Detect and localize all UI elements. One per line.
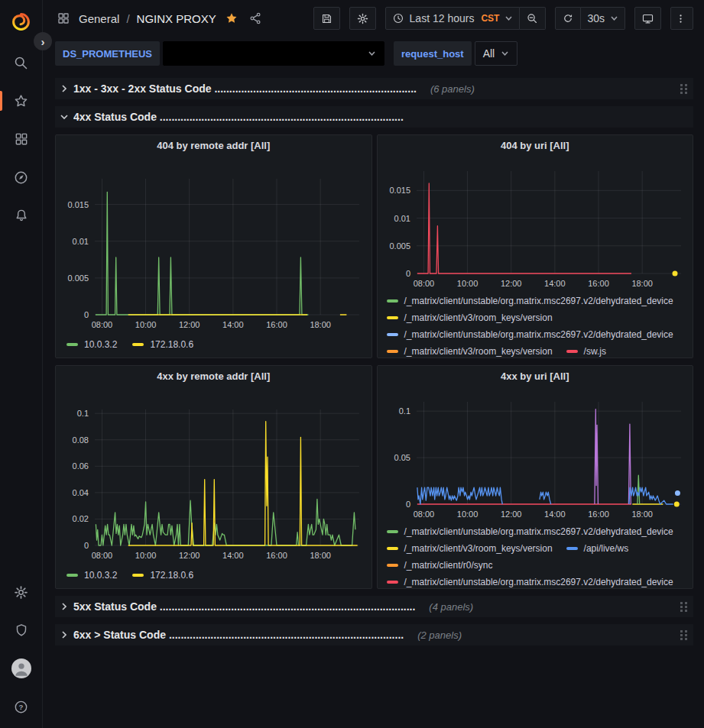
dashboard-toolbar: Last 12 hours CST 30s <box>313 7 693 30</box>
row-header-6xx[interactable]: 6xx > Status Code ......................… <box>55 624 693 645</box>
chevron-right-icon <box>60 602 69 611</box>
svg-text:10:00: 10:00 <box>456 510 478 519</box>
sidebar-item-help[interactable]: ? <box>0 690 43 723</box>
time-range-picker[interactable]: Last 12 hours CST <box>385 7 521 30</box>
panel-title[interactable]: 404 by remote addr [All] <box>56 135 371 156</box>
refresh-interval-picker[interactable]: 30s <box>581 7 625 30</box>
legend-swatch <box>387 316 398 319</box>
svg-text:16:00: 16:00 <box>588 279 609 288</box>
dashboard-title[interactable]: NGINX PROXY <box>137 12 216 25</box>
more-options-button[interactable] <box>670 7 693 30</box>
legend-item[interactable]: /_matrix/client/v3/room_keys/version <box>387 343 553 358</box>
zoom-out-time-button[interactable] <box>520 7 546 30</box>
svg-text:0.05: 0.05 <box>394 453 410 462</box>
row-title: 1xx - 3xx - 2xx Status Code <box>73 83 212 95</box>
svg-text:10:00: 10:00 <box>135 551 157 560</box>
time-range-label: Last 12 hours <box>410 12 475 24</box>
apps-grid-icon[interactable] <box>55 11 72 25</box>
legend-item[interactable]: 10.0.3.2 <box>67 336 117 353</box>
variables-row: DS_PROMETHEUS request_host All <box>43 37 704 72</box>
legend-label: /_matrix/client/unstable/org.matrix.msc2… <box>404 574 673 588</box>
legend-item[interactable]: /_matrix/client/unstable/org.matrix.msc2… <box>387 293 673 309</box>
sidebar-item-alerting[interactable] <box>0 199 43 232</box>
breadcrumb-separator: / <box>126 12 129 25</box>
svg-text:?: ? <box>19 703 24 711</box>
svg-text:18:00: 18:00 <box>310 551 331 560</box>
panel-4xx-by-remote-addr: 4xx by remote addr [All] 08:0010:0012:00… <box>55 365 372 589</box>
svg-text:0: 0 <box>84 541 89 550</box>
sidebar-item-configuration[interactable] <box>0 575 43 609</box>
search-icon <box>13 55 29 71</box>
legend-label: /sw.js <box>584 343 606 358</box>
svg-text:08:00: 08:00 <box>92 551 113 560</box>
drag-handle-icon[interactable] <box>680 84 687 94</box>
legend-item[interactable]: /_matrix/client/v3/room_keys/version <box>387 540 553 557</box>
legend-item[interactable]: /_matrix/client/r0/sync <box>387 557 493 574</box>
panel-title[interactable]: 404 by uri [All] <box>378 135 693 156</box>
legend-swatch <box>387 530 398 533</box>
svg-text:0.06: 0.06 <box>73 461 89 471</box>
zoom-out-icon <box>526 12 539 25</box>
row-header-1xx-3xx-2xx[interactable]: 1xx - 3xx - 2xx Status Code ............… <box>55 78 693 99</box>
datasource-variable-label: DS_PROMETHEUS <box>55 41 160 66</box>
share-button[interactable] <box>247 11 264 25</box>
svg-text:0.1: 0.1 <box>77 409 89 418</box>
svg-text:16:00: 16:00 <box>588 510 609 519</box>
chevron-right-icon <box>60 630 69 639</box>
row-title: 6xx > Status Code <box>73 629 166 641</box>
timeseries-chart[interactable]: 08:0010:0012:0014:0016:0018:0000.0050.01… <box>378 156 693 292</box>
favorite-star-button[interactable] <box>223 11 240 25</box>
sidebar-item-starred[interactable] <box>0 84 43 118</box>
datasource-variable-value[interactable] <box>163 41 384 66</box>
timeseries-chart[interactable]: 08:0010:0012:0014:0016:0018:0000.020.040… <box>56 387 371 564</box>
drag-handle-icon[interactable] <box>680 602 687 612</box>
legend-item[interactable]: 172.18.0.6 <box>132 336 193 353</box>
legend-item[interactable]: /_matrix/client/v3/room_keys/version <box>387 309 553 326</box>
legend-item[interactable]: /_matrix/client/unstable/org.matrix.msc2… <box>387 574 673 588</box>
sidebar-item-search[interactable] <box>0 46 43 79</box>
legend-item[interactable]: /api/live/ws <box>566 540 629 557</box>
gear-icon <box>13 584 29 600</box>
star-icon <box>13 93 29 109</box>
request-host-variable-value[interactable]: All <box>475 41 518 66</box>
sidebar-item-explore[interactable] <box>0 160 43 194</box>
dashboard-settings-button[interactable] <box>349 7 376 30</box>
row-title: 4xx Status Code <box>73 111 157 123</box>
sidebar-item-dashboards[interactable] <box>0 122 43 156</box>
top-navbar: General / NGINX PROXY Last 12 hours CST <box>43 0 704 37</box>
legend-swatch <box>132 574 144 577</box>
sidebar-item-profile[interactable] <box>0 652 43 685</box>
drag-handle-icon[interactable] <box>680 630 687 640</box>
legend-item[interactable]: 10.0.3.2 <box>67 567 117 584</box>
panel-title[interactable]: 4xx by uri [All] <box>378 366 693 387</box>
legend-label: /_matrix/client/r0/sync <box>404 557 493 574</box>
legend-item[interactable]: /sw.js <box>566 343 606 358</box>
svg-text:18:00: 18:00 <box>631 279 653 288</box>
panel-title[interactable]: 4xx by remote addr [All] <box>56 366 371 387</box>
svg-text:0.01: 0.01 <box>73 237 89 246</box>
timeseries-chart[interactable]: 08:0010:0012:0014:0016:0018:0000.050.1 <box>378 387 693 523</box>
legend-item[interactable]: /_matrix/client/unstable/org.matrix.msc2… <box>387 523 673 540</box>
row-title-dots: ........................................… <box>160 111 404 123</box>
legend-label: /_matrix/client/v3/room_keys/version <box>404 309 553 326</box>
legend-label: 172.18.0.6 <box>150 567 193 584</box>
legend-item[interactable]: /_matrix/client/unstable/org.matrix.msc2… <box>387 326 673 343</box>
legend-swatch <box>387 564 398 567</box>
legend-label: 10.0.3.2 <box>84 567 117 584</box>
legend-item[interactable]: 172.18.0.6 <box>132 567 193 584</box>
tv-mode-button[interactable] <box>634 7 661 30</box>
save-dashboard-button[interactable] <box>313 7 340 30</box>
timeseries-chart[interactable]: 08:0010:0012:0014:0016:0018:0000.0050.01… <box>56 156 371 333</box>
svg-text:12:00: 12:00 <box>179 551 200 560</box>
breadcrumb-folder[interactable]: General <box>79 12 119 25</box>
sidebar-expand-button[interactable]: › <box>34 32 52 50</box>
svg-text:16:00: 16:00 <box>266 551 287 560</box>
refresh-button[interactable] <box>555 7 581 30</box>
legend-swatch <box>387 333 398 336</box>
legend-label: 10.0.3.2 <box>84 336 117 353</box>
row-header-5xx[interactable]: 5xx Status Code ........................… <box>55 596 693 617</box>
legend-swatch <box>132 343 144 346</box>
svg-text:0.02: 0.02 <box>73 514 89 523</box>
sidebar-item-server-admin[interactable] <box>0 613 43 647</box>
row-header-4xx[interactable]: 4xx Status Code ........................… <box>55 106 693 128</box>
